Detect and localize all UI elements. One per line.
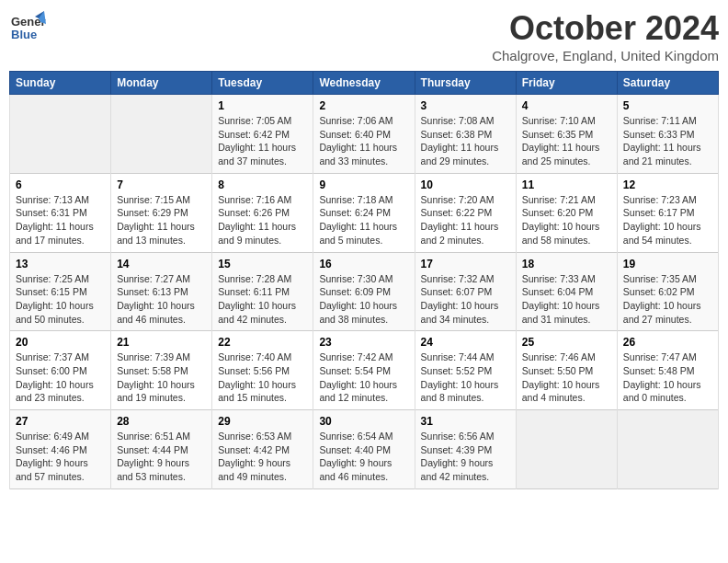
day-info: Sunrise: 7:15 AM Sunset: 6:29 PM Dayligh… xyxy=(117,193,206,247)
day-info: Sunrise: 6:54 AM Sunset: 4:40 PM Dayligh… xyxy=(319,430,408,484)
calendar-cell: 29Sunrise: 6:53 AM Sunset: 4:42 PM Dayli… xyxy=(212,410,313,489)
header-sunday: Sunday xyxy=(10,72,111,95)
calendar-week-4: 20Sunrise: 7:37 AM Sunset: 6:00 PM Dayli… xyxy=(10,331,719,410)
calendar-cell: 5Sunrise: 7:11 AM Sunset: 6:33 PM Daylig… xyxy=(617,95,718,174)
day-number: 22 xyxy=(218,336,307,349)
day-number: 19 xyxy=(623,258,712,270)
logo: General Blue xyxy=(9,9,46,50)
day-number: 13 xyxy=(16,258,105,270)
calendar-week-5: 27Sunrise: 6:49 AM Sunset: 4:46 PM Dayli… xyxy=(10,410,719,489)
day-info: Sunrise: 6:51 AM Sunset: 4:44 PM Dayligh… xyxy=(117,430,206,484)
day-info: Sunrise: 7:42 AM Sunset: 5:54 PM Dayligh… xyxy=(319,350,408,405)
calendar-cell: 9Sunrise: 7:18 AM Sunset: 6:24 PM Daylig… xyxy=(313,173,415,252)
header-thursday: Thursday xyxy=(415,72,516,95)
day-number: 17 xyxy=(421,258,510,270)
day-number: 23 xyxy=(319,336,408,349)
calendar-cell xyxy=(10,95,111,174)
calendar-cell: 1Sunrise: 7:05 AM Sunset: 6:42 PM Daylig… xyxy=(212,95,313,174)
calendar-cell: 28Sunrise: 6:51 AM Sunset: 4:44 PM Dayli… xyxy=(111,410,212,489)
day-info: Sunrise: 7:05 AM Sunset: 6:42 PM Dayligh… xyxy=(218,114,307,168)
calendar-cell: 10Sunrise: 7:20 AM Sunset: 6:22 PM Dayli… xyxy=(415,173,516,252)
day-number: 20 xyxy=(16,336,105,349)
day-number: 3 xyxy=(421,99,510,112)
day-info: Sunrise: 7:47 AM Sunset: 5:48 PM Dayligh… xyxy=(623,350,712,405)
calendar-cell: 6Sunrise: 7:13 AM Sunset: 6:31 PM Daylig… xyxy=(10,173,111,252)
calendar-week-2: 6Sunrise: 7:13 AM Sunset: 6:31 PM Daylig… xyxy=(10,173,719,252)
day-number: 28 xyxy=(117,415,206,428)
header-wednesday: Wednesday xyxy=(313,72,415,95)
day-info: Sunrise: 7:30 AM Sunset: 6:09 PM Dayligh… xyxy=(319,272,408,327)
page-header: General Blue October 2024 Chalgrove, Eng… xyxy=(9,9,719,63)
day-number: 5 xyxy=(623,99,712,112)
calendar-cell: 17Sunrise: 7:32 AM Sunset: 6:07 PM Dayli… xyxy=(415,252,516,331)
day-number: 1 xyxy=(218,99,307,112)
month-title: October 2024 xyxy=(492,9,719,48)
day-info: Sunrise: 7:39 AM Sunset: 5:58 PM Dayligh… xyxy=(117,350,206,405)
calendar-cell: 13Sunrise: 7:25 AM Sunset: 6:15 PM Dayli… xyxy=(10,252,111,331)
day-info: Sunrise: 7:20 AM Sunset: 6:22 PM Dayligh… xyxy=(421,193,510,247)
day-number: 26 xyxy=(623,336,712,349)
day-number: 8 xyxy=(218,178,307,191)
calendar-week-1: 1Sunrise: 7:05 AM Sunset: 6:42 PM Daylig… xyxy=(10,95,719,174)
day-info: Sunrise: 7:25 AM Sunset: 6:15 PM Dayligh… xyxy=(16,272,105,327)
header-friday: Friday xyxy=(516,72,617,95)
calendar-cell: 16Sunrise: 7:30 AM Sunset: 6:09 PM Dayli… xyxy=(313,252,415,331)
day-number: 12 xyxy=(623,178,712,191)
calendar-cell: 19Sunrise: 7:35 AM Sunset: 6:02 PM Dayli… xyxy=(617,252,718,331)
day-info: Sunrise: 7:44 AM Sunset: 5:52 PM Dayligh… xyxy=(421,350,510,405)
calendar-cell xyxy=(617,410,718,489)
day-number: 14 xyxy=(117,258,206,270)
calendar-week-3: 13Sunrise: 7:25 AM Sunset: 6:15 PM Dayli… xyxy=(10,252,719,331)
day-info: Sunrise: 7:11 AM Sunset: 6:33 PM Dayligh… xyxy=(623,114,712,168)
header-monday: Monday xyxy=(111,72,212,95)
calendar-cell: 25Sunrise: 7:46 AM Sunset: 5:50 PM Dayli… xyxy=(516,331,617,410)
day-number: 10 xyxy=(421,178,510,191)
calendar-cell: 21Sunrise: 7:39 AM Sunset: 5:58 PM Dayli… xyxy=(111,331,212,410)
header-tuesday: Tuesday xyxy=(212,72,313,95)
calendar-cell: 8Sunrise: 7:16 AM Sunset: 6:26 PM Daylig… xyxy=(212,173,313,252)
calendar-table: SundayMondayTuesdayWednesdayThursdayFrid… xyxy=(9,71,719,489)
day-number: 31 xyxy=(421,415,510,428)
day-info: Sunrise: 7:08 AM Sunset: 6:38 PM Dayligh… xyxy=(421,114,510,168)
day-info: Sunrise: 7:35 AM Sunset: 6:02 PM Dayligh… xyxy=(623,272,712,327)
day-info: Sunrise: 7:33 AM Sunset: 6:04 PM Dayligh… xyxy=(522,272,611,327)
day-info: Sunrise: 7:13 AM Sunset: 6:31 PM Dayligh… xyxy=(16,193,105,247)
day-info: Sunrise: 7:23 AM Sunset: 6:17 PM Dayligh… xyxy=(623,193,712,247)
calendar-cell xyxy=(111,95,212,174)
day-number: 2 xyxy=(319,99,408,112)
day-info: Sunrise: 7:06 AM Sunset: 6:40 PM Dayligh… xyxy=(319,114,408,168)
day-info: Sunrise: 7:16 AM Sunset: 6:26 PM Dayligh… xyxy=(218,193,307,247)
calendar-header-row: SundayMondayTuesdayWednesdayThursdayFrid… xyxy=(10,72,719,95)
calendar-cell: 11Sunrise: 7:21 AM Sunset: 6:20 PM Dayli… xyxy=(516,173,617,252)
calendar-cell: 7Sunrise: 7:15 AM Sunset: 6:29 PM Daylig… xyxy=(111,173,212,252)
calendar-cell: 2Sunrise: 7:06 AM Sunset: 6:40 PM Daylig… xyxy=(313,95,415,174)
calendar-cell: 15Sunrise: 7:28 AM Sunset: 6:11 PM Dayli… xyxy=(212,252,313,331)
calendar-cell: 22Sunrise: 7:40 AM Sunset: 5:56 PM Dayli… xyxy=(212,331,313,410)
day-info: Sunrise: 7:32 AM Sunset: 6:07 PM Dayligh… xyxy=(421,272,510,327)
calendar-cell: 24Sunrise: 7:44 AM Sunset: 5:52 PM Dayli… xyxy=(415,331,516,410)
logo-icon: General Blue xyxy=(9,9,46,50)
day-info: Sunrise: 7:27 AM Sunset: 6:13 PM Dayligh… xyxy=(117,272,206,327)
svg-text:Blue: Blue xyxy=(11,28,37,41)
day-number: 18 xyxy=(522,258,611,270)
day-number: 4 xyxy=(522,99,611,112)
calendar-cell: 26Sunrise: 7:47 AM Sunset: 5:48 PM Dayli… xyxy=(617,331,718,410)
title-block: October 2024 Chalgrove, England, United … xyxy=(492,9,719,63)
header-saturday: Saturday xyxy=(617,72,718,95)
day-info: Sunrise: 7:37 AM Sunset: 6:00 PM Dayligh… xyxy=(16,350,105,405)
day-number: 29 xyxy=(218,415,307,428)
calendar-cell: 18Sunrise: 7:33 AM Sunset: 6:04 PM Dayli… xyxy=(516,252,617,331)
day-number: 30 xyxy=(319,415,408,428)
calendar-cell: 3Sunrise: 7:08 AM Sunset: 6:38 PM Daylig… xyxy=(415,95,516,174)
calendar-cell: 23Sunrise: 7:42 AM Sunset: 5:54 PM Dayli… xyxy=(313,331,415,410)
calendar-cell: 27Sunrise: 6:49 AM Sunset: 4:46 PM Dayli… xyxy=(10,410,111,489)
day-info: Sunrise: 6:56 AM Sunset: 4:39 PM Dayligh… xyxy=(421,430,510,484)
day-info: Sunrise: 6:49 AM Sunset: 4:46 PM Dayligh… xyxy=(16,430,105,484)
day-info: Sunrise: 7:40 AM Sunset: 5:56 PM Dayligh… xyxy=(218,350,307,405)
day-number: 24 xyxy=(421,336,510,349)
day-number: 7 xyxy=(117,178,206,191)
day-info: Sunrise: 7:46 AM Sunset: 5:50 PM Dayligh… xyxy=(522,350,611,405)
day-number: 15 xyxy=(218,258,307,270)
calendar-cell: 30Sunrise: 6:54 AM Sunset: 4:40 PM Dayli… xyxy=(313,410,415,489)
day-info: Sunrise: 7:28 AM Sunset: 6:11 PM Dayligh… xyxy=(218,272,307,327)
